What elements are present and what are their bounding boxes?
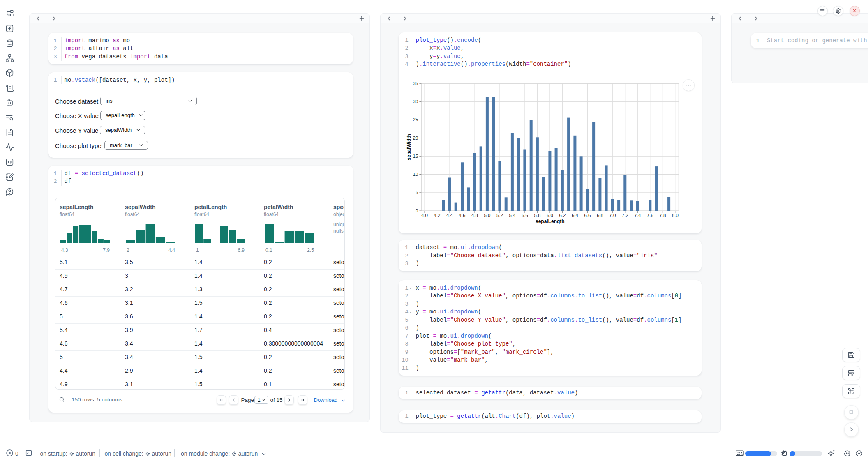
svg-text:5.6: 5.6 bbox=[522, 213, 528, 218]
svg-text:5.8: 5.8 bbox=[534, 213, 540, 218]
svg-text:6.8: 6.8 bbox=[597, 213, 603, 218]
svg-text:4.4: 4.4 bbox=[446, 213, 453, 218]
svg-text:35: 35 bbox=[413, 81, 418, 86]
svg-text:30: 30 bbox=[413, 99, 418, 104]
svg-text:sepalWidth: sepalWidth bbox=[406, 134, 412, 160]
svg-text:7.4: 7.4 bbox=[634, 213, 641, 218]
svg-text:20: 20 bbox=[413, 136, 418, 141]
svg-text:0: 0 bbox=[416, 208, 418, 213]
svg-text:7.8: 7.8 bbox=[659, 213, 666, 218]
svg-text:8.0: 8.0 bbox=[672, 213, 679, 218]
svg-text:6.0: 6.0 bbox=[547, 213, 553, 218]
svg-text:10: 10 bbox=[413, 172, 418, 177]
svg-text:6.6: 6.6 bbox=[584, 213, 591, 218]
svg-text:15: 15 bbox=[413, 154, 418, 159]
svg-text:5: 5 bbox=[416, 190, 418, 195]
svg-text:6.4: 6.4 bbox=[572, 213, 579, 218]
svg-text:5.2: 5.2 bbox=[496, 213, 503, 218]
svg-text:4.8: 4.8 bbox=[471, 213, 478, 218]
svg-text:7.2: 7.2 bbox=[622, 213, 628, 218]
svg-text:6.2: 6.2 bbox=[559, 213, 566, 218]
svg-text:4.6: 4.6 bbox=[459, 213, 466, 218]
svg-text:25: 25 bbox=[413, 117, 418, 122]
svg-text:4.0: 4.0 bbox=[421, 213, 428, 218]
svg-text:7.0: 7.0 bbox=[609, 213, 616, 218]
svg-text:4.2: 4.2 bbox=[434, 213, 441, 218]
svg-text:5.4: 5.4 bbox=[509, 213, 516, 218]
svg-text:5.0: 5.0 bbox=[484, 213, 490, 218]
svg-text:7.6: 7.6 bbox=[647, 213, 653, 218]
svg-text:sepalLength: sepalLength bbox=[536, 219, 565, 224]
